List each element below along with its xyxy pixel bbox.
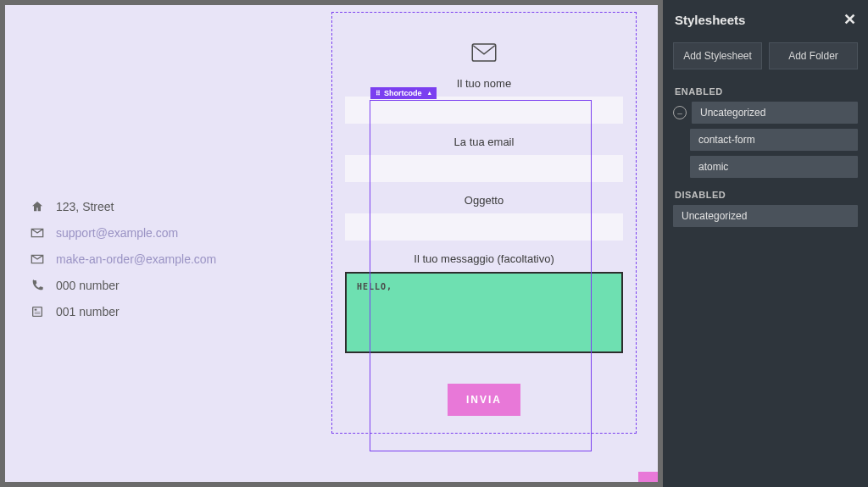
collapse-icon[interactable]: – (673, 106, 687, 119)
support-email-text: support@example.com (56, 226, 178, 240)
canvas-area: 123, Street support@example.com make-an-… (0, 0, 663, 487)
phone-icon (31, 279, 44, 292)
canvas-page[interactable]: 123, Street support@example.com make-an-… (5, 5, 658, 482)
enabled-section-label: ENABLED (663, 81, 868, 102)
order-email-text: make-an-order@example.com (56, 252, 216, 266)
svg-rect-3 (35, 313, 41, 314)
folder-uncategorized-disabled[interactable]: Uncategorized (673, 205, 858, 227)
panel-title: Stylesheets (675, 13, 745, 27)
address-text: 123, Street (56, 200, 114, 213)
stylesheet-contact-form[interactable]: contact-form (690, 129, 858, 151)
disabled-section-label: DISABLED (663, 185, 868, 205)
svg-rect-4 (472, 44, 496, 61)
envelope-icon (31, 226, 44, 240)
phone2-text: 001 number (56, 305, 120, 318)
disabled-folder-row[interactable]: Uncategorized (663, 205, 868, 232)
mail-large-icon (471, 43, 497, 62)
fax-icon (31, 305, 44, 318)
contact-info-block: 123, Street support@example.com make-an-… (5, 5, 327, 482)
svg-rect-1 (35, 309, 37, 311)
selection-outline (370, 100, 592, 451)
add-folder-button[interactable]: Add Folder (769, 42, 858, 69)
envelope-icon (31, 252, 44, 266)
add-stylesheet-button[interactable]: Add Stylesheet (673, 42, 762, 69)
info-row-phone1: 000 number (31, 279, 327, 292)
info-row-support-email: support@example.com (31, 226, 327, 240)
folder-uncategorized[interactable]: Uncategorized (692, 102, 858, 124)
close-icon[interactable]: ✕ (843, 10, 856, 29)
stylesheets-panel: Stylesheets ✕ Add Stylesheet Add Folder … (663, 0, 868, 487)
drag-handle-icon[interactable]: ⠿ (376, 90, 381, 97)
svg-rect-2 (35, 312, 41, 313)
home-icon (31, 200, 44, 213)
info-row-address: 123, Street (31, 200, 327, 213)
panel-actions: Add Stylesheet Add Folder (663, 37, 868, 81)
badge-label: Shortcode (384, 89, 422, 97)
element-badge[interactable]: ⠿ Shortcode ▴ (370, 87, 437, 99)
phone1-text: 000 number (56, 279, 120, 292)
enabled-folder-row[interactable]: – Uncategorized (663, 102, 868, 129)
info-row-order-email: make-an-order@example.com (31, 252, 327, 266)
stylesheet-atomic[interactable]: atomic (690, 156, 858, 178)
info-row-phone2: 001 number (31, 305, 327, 318)
panel-header: Stylesheets ✕ (663, 0, 868, 37)
bottom-badge[interactable] (638, 472, 658, 482)
chevron-up-icon[interactable]: ▴ (428, 90, 431, 97)
